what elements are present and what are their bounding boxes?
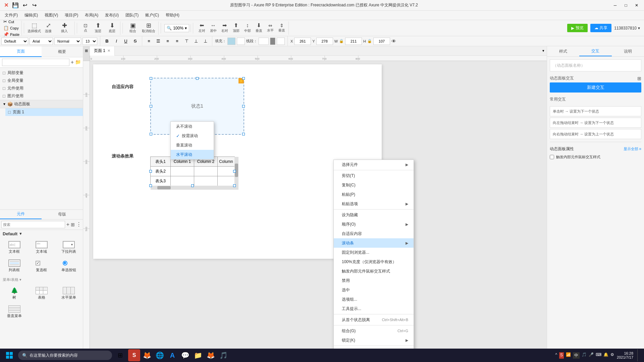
canvas-tab-close[interactable]: ✕: [107, 49, 110, 53]
widget-radio[interactable]: 单选按钮: [56, 257, 82, 275]
insert-button[interactable]: ✚ 插入: [56, 21, 73, 35]
ctx-lock[interactable]: 锁定(K) ▶: [334, 336, 414, 345]
border-color-picker[interactable]: [270, 38, 275, 45]
table-scrollbar-h[interactable]: [151, 186, 238, 190]
interaction-1[interactable]: 单击时 → 设置为下一个状态: [550, 106, 641, 116]
table-handle-bl[interactable]: [149, 184, 152, 187]
zoom-dropdown[interactable]: 🔍 100% ▾: [164, 24, 189, 32]
canvas-tab-page1[interactable]: 页面 1 ✕: [90, 46, 115, 56]
sub-vertical-scroll[interactable]: 垂直滚动: [171, 140, 214, 150]
ctx-fit-content[interactable]: 自适应内容: [334, 229, 414, 238]
menu-file[interactable]: 文件(F): [1, 11, 21, 19]
tray-icon-5[interactable]: 🎵: [582, 352, 587, 359]
h-input[interactable]: [373, 38, 390, 45]
widget-hmenu[interactable]: 水平菜单: [56, 285, 82, 302]
redo-icon[interactable]: ↪: [31, 2, 38, 9]
app-netease[interactable]: 🎵: [217, 349, 229, 361]
x-input[interactable]: [294, 38, 311, 45]
menu-project[interactable]: 项目(P): [61, 11, 82, 19]
ctx-select[interactable]: 选中: [334, 285, 414, 295]
cut-button[interactable]: ✂ Cut: [3, 19, 15, 24]
ctx-detach-state[interactable]: 从首个状态脱离 Ctrl+Shift+Alt+B: [334, 315, 414, 324]
ctx-scrollbar[interactable]: 滚动条 ▶: [334, 238, 414, 248]
style-select[interactable]: Normal: [54, 38, 81, 45]
widget-search-input[interactable]: [1, 221, 65, 228]
copy-button[interactable]: 📋 Copy: [3, 25, 19, 31]
app-chrome[interactable]: 🌐: [154, 349, 166, 361]
font-select[interactable]: Arial: [30, 38, 53, 45]
text-valign-middle-button[interactable]: ⊥: [192, 38, 200, 45]
page-add-icon[interactable]: +: [71, 59, 74, 65]
page-search-input[interactable]: [2, 59, 69, 66]
top-layer-button[interactable]: ⬆ 顶层: [91, 21, 105, 35]
ctx-option-group[interactable]: 选项组...: [334, 295, 414, 304]
paste-button[interactable]: 📌 Paste: [3, 32, 20, 37]
handle-right[interactable]: [242, 105, 245, 108]
border-weight-input[interactable]: [259, 38, 269, 45]
widget-listbox[interactable]: 列表框: [1, 257, 27, 275]
text-valign-bottom-button[interactable]: ⊥: [201, 38, 209, 45]
taskbar-search[interactable]: 🔍 在这里输入你要搜索的内容: [18, 351, 112, 360]
widget-dropdown[interactable]: ▾ 下拉列表: [56, 239, 82, 256]
tray-icon-1[interactable]: ^: [555, 352, 557, 359]
tray-input-icon[interactable]: 中: [573, 352, 580, 359]
minimize-button[interactable]: ─: [610, 2, 620, 9]
tray-icon-3[interactable]: 📶: [566, 352, 571, 359]
y-input[interactable]: [316, 38, 333, 45]
align-top-button[interactable]: ⬆ 顶部: [231, 21, 241, 35]
table-handle-right[interactable]: [233, 170, 236, 173]
new-interaction-button[interactable]: 新建交互: [550, 82, 641, 93]
tab-overview[interactable]: 概要: [42, 46, 83, 57]
tab-interaction[interactable]: 交互: [579, 46, 611, 56]
tray-icon-8[interactable]: 🔔: [603, 352, 608, 359]
widget-vmenu[interactable]: 垂直菜单: [1, 303, 27, 320]
page-folder-icon[interactable]: 📁: [75, 59, 81, 65]
ctx-disable[interactable]: 禁用: [334, 276, 414, 285]
dp-interaction-expand-icon[interactable]: ⊞: [637, 76, 641, 81]
share-button[interactable]: ☁ 共享: [590, 24, 611, 32]
interaction-2[interactable]: 向左拖动结束时 → 设置为下一个状态: [550, 118, 641, 128]
ctx-convert-master[interactable]: 转换为母版(M) Ctrl+Shift+Alt+M: [334, 347, 414, 349]
tree-item-global-vars[interactable]: □ 全局变量: [0, 77, 83, 84]
align-left-button[interactable]: ⬅ 左对: [197, 21, 207, 35]
handle-top[interactable]: [196, 77, 199, 80]
panel-name-input[interactable]: （动态面板名称）: [550, 59, 641, 71]
ctx-cut[interactable]: 剪切(T): [334, 171, 414, 180]
ctx-order[interactable]: 顺序(O) ▶: [334, 220, 414, 229]
ctx-pin-to-browser[interactable]: 固定到浏览器...: [334, 248, 414, 257]
bottom-layer-button[interactable]: ⬇ 底层: [105, 21, 119, 35]
ctx-copy[interactable]: 复制(C): [334, 180, 414, 190]
widget-textarea[interactable]: abc 文本域: [29, 239, 54, 256]
dynamic-panel-section[interactable]: ▼ 📦 动态面板: [0, 100, 83, 108]
library-expand-icon[interactable]: ▼: [19, 232, 22, 236]
fill-color-picker2[interactable]: [237, 38, 245, 45]
text-valign-top-button[interactable]: ⊤: [182, 38, 191, 45]
canvas-tab-dropdown[interactable]: ▾: [540, 46, 547, 56]
widget-table[interactable]: 表格: [29, 285, 54, 302]
undo-icon[interactable]: ↩: [21, 2, 28, 9]
app-firefox[interactable]: 🦊: [141, 349, 153, 361]
preview-button[interactable]: ▶ 预览: [567, 24, 588, 32]
save-icon[interactable]: 💾: [12, 2, 19, 9]
interaction-3[interactable]: 向右拖动结束时 → 设置为上一个状态: [550, 129, 641, 139]
start-button[interactable]: [1, 349, 17, 362]
group-button[interactable]: ▣ 组合: [126, 21, 140, 35]
table-handle-br[interactable]: [233, 184, 236, 187]
size-select[interactable]: 13: [83, 38, 97, 45]
ctx-select-widget[interactable]: 选择元件 ▶: [334, 160, 414, 169]
connect-button[interactable]: ⤢ 连接: [42, 21, 55, 35]
handle-tl[interactable]: [150, 77, 152, 80]
ungroup-button[interactable]: ⊞ 取消组合: [140, 21, 157, 35]
tray-icon-6[interactable]: 🎤: [589, 352, 594, 359]
text-align-left-button[interactable]: ≡: [145, 38, 153, 45]
widget-search-add-icon[interactable]: +: [66, 222, 69, 228]
sub-scroll-needed[interactable]: ✓ 按需滚动: [171, 131, 214, 140]
align-center-button[interactable]: ↔ 居中: [208, 21, 219, 35]
tray-wps-icon[interactable]: S: [559, 352, 564, 359]
menu-section-toggle[interactable]: 菜单/表格 ▾: [0, 276, 83, 284]
tree-item-page1[interactable]: □ 页面 1: [5, 108, 83, 116]
w-input[interactable]: [345, 38, 362, 45]
app-wechat[interactable]: 💬: [179, 349, 191, 361]
trigger-checkbox[interactable]: [550, 155, 554, 159]
tab-pages[interactable]: 页面: [0, 46, 42, 57]
